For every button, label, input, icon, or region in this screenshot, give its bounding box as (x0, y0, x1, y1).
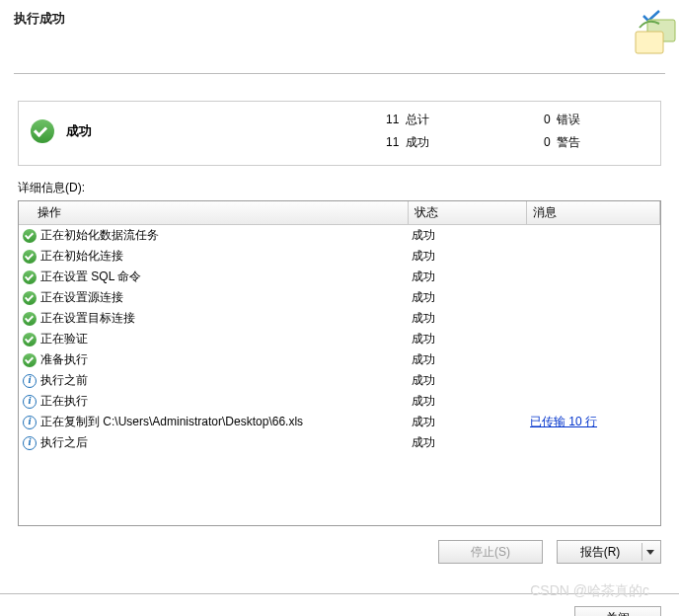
row-message (526, 370, 660, 391)
row-message (526, 225, 660, 247)
row-status: 成功 (408, 329, 526, 349)
row-action: 准备执行 (40, 352, 88, 366)
dialog-header: 执行成功 (0, 0, 679, 89)
info-icon (23, 436, 37, 450)
success-icon (23, 353, 37, 367)
row-status: 成功 (408, 246, 526, 267)
row-status: 成功 (408, 308, 526, 329)
page-title: 执行成功 (14, 10, 665, 28)
success-icon (23, 333, 37, 346)
row-action: 正在执行 (40, 394, 88, 408)
table-row[interactable]: 正在验证成功 (19, 329, 660, 349)
summary-status: 成功 (66, 122, 92, 140)
svg-rect-1 (636, 32, 663, 53)
row-status: 成功 (408, 267, 526, 287)
info-icon (23, 416, 37, 429)
table-row[interactable]: 正在初始化数据流任务成功 (19, 225, 660, 247)
table-row[interactable]: 正在设置源连接成功 (19, 287, 660, 308)
header-decoration-icon (626, 0, 679, 59)
dialog-footer: 关闭 (0, 594, 679, 616)
row-action: 正在初始化连接 (40, 249, 123, 263)
table-row[interactable]: 正在复制到 C:\Users\Administrator\Desktop\66.… (19, 412, 660, 432)
chevron-down-icon[interactable] (646, 550, 654, 555)
row-action: 正在设置目标连接 (40, 311, 135, 325)
row-status: 成功 (408, 225, 526, 247)
table-row[interactable]: 正在设置目标连接成功 (19, 308, 660, 329)
row-status: 成功 (408, 287, 526, 308)
row-action: 正在复制到 C:\Users\Administrator\Desktop\66.… (40, 415, 303, 428)
stat-col-2: 0 错误 0 警告 (544, 112, 652, 151)
details-label: 详细信息(D): (18, 180, 661, 196)
row-message (526, 391, 660, 412)
col-header-action[interactable]: 操作 (19, 201, 408, 225)
row-status: 成功 (408, 432, 526, 453)
col-header-status[interactable]: 状态 (408, 201, 526, 225)
table-row[interactable]: 准备执行成功 (19, 349, 660, 370)
success-icon (23, 270, 37, 284)
row-action: 正在初始化数据流任务 (40, 228, 159, 242)
success-icon (23, 229, 37, 243)
row-message (526, 267, 660, 287)
row-status: 成功 (408, 391, 526, 412)
row-action: 正在设置 SQL 命令 (40, 270, 141, 283)
row-action: 执行之后 (40, 435, 88, 449)
close-button[interactable]: 关闭 (574, 606, 661, 616)
row-message (526, 349, 660, 370)
table-row[interactable]: 正在初始化连接成功 (19, 246, 660, 267)
button-row: 停止(S) 报告(R) (18, 540, 661, 564)
success-icon (23, 291, 37, 305)
stat-col-1: 11 总计 11 成功 (386, 112, 544, 151)
info-icon (23, 374, 37, 388)
col-header-message[interactable]: 消息 (526, 201, 660, 225)
row-action: 正在验证 (40, 332, 88, 346)
row-status: 成功 (408, 349, 526, 370)
table-row[interactable]: 执行之前成功 (19, 370, 660, 391)
report-button[interactable]: 报告(R) (557, 540, 661, 564)
table-row[interactable]: 正在执行成功 (19, 391, 660, 412)
table-row[interactable]: 执行之后成功 (19, 432, 660, 453)
details-table: 操作 状态 消息 正在初始化数据流任务成功正在初始化连接成功正在设置 SQL 命… (18, 200, 661, 526)
row-message (526, 308, 660, 329)
row-message (526, 329, 660, 349)
row-message (526, 432, 660, 453)
content-area: 成功 11 总计 11 成功 0 错误 0 警告 详细信息(D): 操作 状态 … (0, 89, 679, 574)
summary-box: 成功 11 总计 11 成功 0 错误 0 警告 (18, 101, 661, 166)
stop-button: 停止(S) (438, 540, 543, 564)
row-message (526, 246, 660, 267)
success-icon (23, 250, 37, 264)
info-icon (23, 395, 37, 409)
success-icon (23, 312, 37, 326)
row-status: 成功 (408, 370, 526, 391)
row-message (526, 287, 660, 308)
success-icon (31, 119, 54, 143)
row-status: 成功 (408, 412, 526, 432)
message-link[interactable]: 已传输 10 行 (530, 415, 597, 428)
row-action: 执行之前 (40, 373, 88, 387)
row-action: 正在设置源连接 (40, 290, 123, 304)
row-message: 已传输 10 行 (526, 412, 660, 432)
table-row[interactable]: 正在设置 SQL 命令成功 (19, 267, 660, 287)
